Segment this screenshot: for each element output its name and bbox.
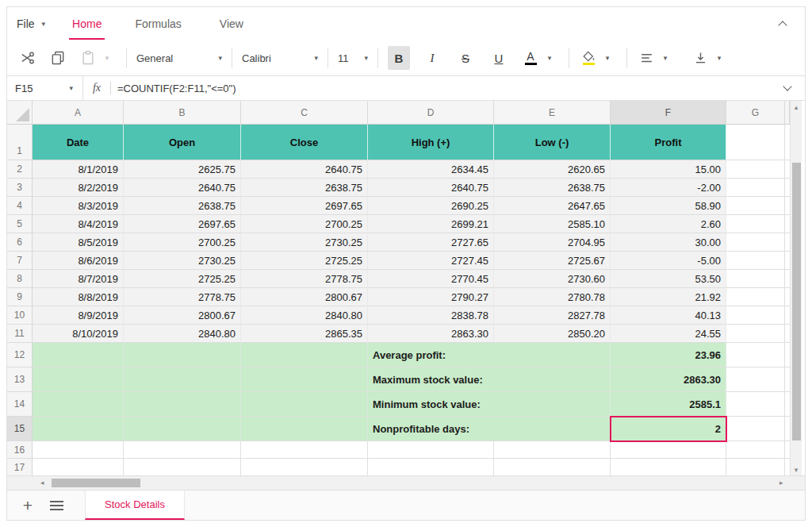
column-header-A[interactable]: A [33, 101, 124, 125]
cell-G4[interactable] [726, 197, 785, 215]
cell-B2[interactable]: 2625.75 [124, 160, 241, 179]
cell-C6[interactable]: 2730.25 [241, 233, 368, 252]
cell-E4[interactable]: 2647.65 [494, 197, 611, 215]
cell-C13[interactable] [241, 367, 368, 392]
paste-dropdown-button[interactable]: ▾ [98, 46, 117, 70]
column-header-G[interactable]: G [726, 101, 785, 125]
cell-F12[interactable]: 23.96 [611, 343, 726, 367]
cell-E2[interactable]: 2620.65 [494, 160, 611, 179]
cell-F1[interactable]: Profit [611, 125, 726, 160]
row-header-8[interactable]: 8 [7, 270, 33, 288]
vertical-align-dropdown-button[interactable]: ▾ [710, 46, 729, 70]
cell-E14[interactable] [494, 392, 611, 417]
cell-D14[interactable]: Minimum stock value: [368, 392, 494, 417]
cell-F4[interactable]: 58.90 [611, 197, 726, 215]
row-header-4[interactable]: 4 [7, 197, 33, 215]
cell-F7[interactable]: -5.00 [611, 252, 726, 270]
row-header-14[interactable]: 14 [7, 392, 33, 417]
tab-formulas[interactable]: Formulas [132, 9, 184, 39]
horizontal-scrollbar-thumb[interactable] [52, 479, 140, 487]
cell-A4[interactable]: 8/3/2019 [33, 197, 124, 215]
cell-F8[interactable]: 53.50 [611, 270, 726, 288]
cell-C10[interactable]: 2840.80 [241, 306, 368, 325]
cell-C15[interactable] [241, 417, 368, 441]
cell-D15[interactable]: Nonprofitable days: [368, 417, 494, 441]
column-header-D[interactable]: D [368, 101, 494, 125]
row-header-6[interactable]: 6 [7, 233, 33, 252]
row-header-12[interactable]: 12 [7, 343, 33, 367]
cell-D1[interactable]: High (+) [368, 125, 494, 160]
cell-A5[interactable]: 8/4/2019 [33, 215, 124, 233]
cell-E3[interactable]: 2638.75 [494, 179, 611, 197]
file-menu-button[interactable]: File ▾ [15, 14, 47, 33]
cell-C3[interactable]: 2638.75 [241, 179, 368, 197]
cell-E12[interactable] [494, 343, 611, 367]
list-sheets-button[interactable] [42, 490, 71, 520]
expand-formula-bar-button[interactable] [779, 83, 795, 93]
horizontal-scrollbar[interactable]: ◂ ▸ [7, 475, 805, 490]
cell-D10[interactable]: 2838.78 [368, 306, 494, 325]
cell-D16[interactable] [368, 441, 494, 459]
cell-F11[interactable]: 24.55 [611, 325, 726, 343]
cell-E10[interactable]: 2827.78 [494, 306, 611, 325]
add-sheet-button[interactable]: + [13, 490, 42, 520]
cell-C1[interactable]: Close [241, 125, 368, 160]
cell-A3[interactable]: 8/2/2019 [33, 179, 124, 197]
row-header-15[interactable]: 15 [7, 417, 33, 441]
cell-C5[interactable]: 2700.25 [241, 215, 368, 233]
cell-B15[interactable] [124, 417, 241, 441]
row-header-5[interactable]: 5 [7, 215, 33, 233]
cell-E16[interactable] [494, 441, 611, 459]
formula-input[interactable]: =COUNTIF(F2:F11,"<=0") [111, 83, 779, 94]
cell-F10[interactable]: 40.13 [611, 306, 726, 325]
copy-button[interactable] [48, 46, 67, 70]
scroll-left-arrow[interactable]: ◂ [40, 479, 44, 487]
cell-G14[interactable] [726, 392, 785, 417]
row-header-11[interactable]: 11 [7, 325, 33, 343]
cell-F16[interactable] [611, 441, 726, 459]
cell-D9[interactable]: 2790.27 [368, 288, 494, 306]
cell-G13[interactable] [726, 367, 785, 392]
cell-B3[interactable]: 2640.75 [124, 179, 241, 197]
row-header-10[interactable]: 10 [7, 306, 33, 325]
cell-A1[interactable]: Date [33, 125, 124, 160]
column-header-C[interactable]: C [241, 101, 368, 125]
cell-E1[interactable]: Low (-) [494, 125, 611, 160]
cell-B17[interactable] [124, 459, 241, 475]
cell-B4[interactable]: 2638.75 [124, 197, 241, 215]
horizontal-align-dropdown-button[interactable]: ▾ [656, 46, 675, 70]
cell-F3[interactable]: -2.00 [611, 179, 726, 197]
cell-E13[interactable] [494, 367, 611, 392]
cell-G10[interactable] [726, 306, 785, 325]
cell-F2[interactable]: 15.00 [611, 160, 726, 179]
cell-G17[interactable] [726, 459, 785, 475]
cell-F13[interactable]: 2863.30 [611, 367, 726, 392]
cell-G9[interactable] [726, 288, 785, 306]
tab-home[interactable]: Home [69, 9, 105, 39]
cell-E11[interactable]: 2850.20 [494, 325, 611, 343]
cell-G2[interactable] [726, 160, 785, 179]
cell-B12[interactable] [124, 343, 241, 367]
fill-color-button[interactable] [579, 46, 598, 70]
cell-C12[interactable] [241, 343, 368, 367]
row-header-3[interactable]: 3 [7, 179, 33, 197]
font-color-button[interactable]: A [521, 46, 540, 70]
vertical-align-button[interactable] [691, 46, 710, 70]
cell-B14[interactable] [124, 392, 241, 417]
cell-F9[interactable]: 21.92 [611, 288, 726, 306]
cell-A14[interactable] [33, 392, 124, 417]
cell-E15[interactable] [494, 417, 611, 441]
cell-F5[interactable]: 2.60 [611, 215, 726, 233]
cell-F14[interactable]: 2585.1 [611, 392, 726, 417]
number-format-dropdown[interactable]: General ▾ [136, 52, 222, 64]
cell-G7[interactable] [726, 252, 785, 270]
column-header-B[interactable]: B [124, 101, 241, 125]
cut-button[interactable] [18, 46, 37, 70]
cell-A11[interactable]: 8/10/2019 [33, 325, 124, 343]
tab-view[interactable]: View [216, 9, 247, 39]
cell-A7[interactable]: 8/6/2019 [33, 252, 124, 270]
sheet-tab-stock-details[interactable]: Stock Details [85, 490, 185, 520]
cell-B16[interactable] [124, 441, 241, 459]
cell-G5[interactable] [726, 215, 785, 233]
cell-D7[interactable]: 2727.45 [368, 252, 494, 270]
